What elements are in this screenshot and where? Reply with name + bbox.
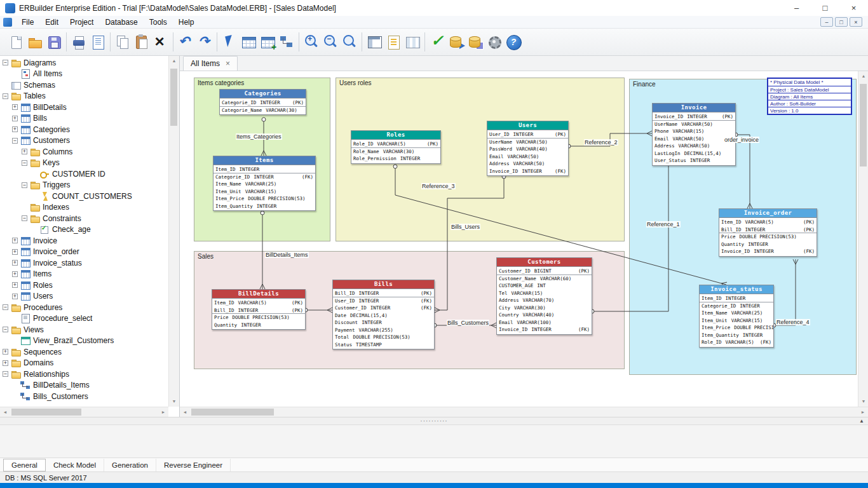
menu-item-tools[interactable]: Tools xyxy=(144,16,173,28)
tree-item-invoice-order[interactable]: Invoice_order xyxy=(0,247,168,258)
scroll-up-icon[interactable]: ▲ xyxy=(169,56,179,66)
scrollbar-thumb[interactable] xyxy=(170,69,177,126)
settings-button[interactable] xyxy=(485,33,503,51)
tree-item-roles[interactable]: Roles xyxy=(0,280,168,291)
tree-item-procedures[interactable]: Procedures xyxy=(0,302,168,313)
print-preview-button[interactable] xyxy=(89,33,107,51)
zoom-in-button[interactable] xyxy=(302,33,320,51)
zoom-button[interactable] xyxy=(341,33,358,51)
close-button[interactable]: × xyxy=(839,0,868,16)
tree-item-sequences[interactable]: Sequences xyxy=(0,346,168,358)
scrollbar-thumb[interactable] xyxy=(191,409,274,416)
tree-item-columns[interactable]: Columns xyxy=(0,146,168,158)
tab-all-items[interactable]: All Items × xyxy=(183,56,238,71)
tree-item-tables[interactable]: Tables xyxy=(0,91,168,102)
table-add-button[interactable] xyxy=(259,33,276,51)
db-generate-button[interactable] xyxy=(466,33,484,51)
expander-icon[interactable] xyxy=(3,349,8,355)
tree-item-customer-id[interactable]: CUSTOMER ID xyxy=(0,168,168,180)
maximize-button[interactable]: □ xyxy=(811,0,839,16)
diagram-table-users[interactable]: UsersUser_IDINTEGER(PK)UserNameVARCHAR(5… xyxy=(487,121,569,176)
bottom-tab-check-model[interactable]: Check Model xyxy=(46,459,104,471)
tree-item-indexes[interactable]: Indexes xyxy=(0,202,168,214)
tree-item-all-items[interactable]: All Items xyxy=(0,69,168,80)
expander-icon[interactable] xyxy=(12,294,18,299)
tree-item-procedure-select[interactable]: Procedure_select xyxy=(0,313,168,325)
tree-item-keys[interactable]: Keys xyxy=(0,158,168,169)
menu-item-help[interactable]: Help xyxy=(173,16,200,28)
menu-item-edit[interactable]: Edit xyxy=(39,16,64,28)
bottom-tab-general[interactable]: General xyxy=(3,459,46,471)
expander-icon[interactable] xyxy=(3,93,8,99)
tree-item-constraints[interactable]: Constraints xyxy=(0,213,168,224)
tree-item-billdetails[interactable]: BillDetails xyxy=(0,102,168,113)
expander-icon[interactable] xyxy=(12,282,18,288)
open-button[interactable] xyxy=(26,33,44,51)
tree-item-customers[interactable]: Customers xyxy=(0,135,168,147)
bottom-tab-reverse-engineer[interactable]: Reverse Engineer xyxy=(156,459,231,471)
diagram-table-invoice-status[interactable]: Invoice_statusItem_IDINTEGERCategorie_ID… xyxy=(699,285,774,348)
redo-button[interactable] xyxy=(196,33,214,51)
expander-icon[interactable] xyxy=(3,371,8,377)
menu-item-database[interactable]: Database xyxy=(99,16,143,28)
zoom-out-button[interactable] xyxy=(322,33,339,51)
delete-button[interactable] xyxy=(152,33,170,51)
tree-item-billdetails-items[interactable]: BillDetails_Items xyxy=(0,380,168,391)
mdi-close-button[interactable]: × xyxy=(850,17,862,27)
scrollbar-thumb[interactable] xyxy=(11,409,81,416)
diagram-table-invoice-order[interactable]: Invoice_orderItem_IDVARCHAR(5)(PK)Bill_I… xyxy=(719,208,817,257)
tree-item-schemas[interactable]: Schemas xyxy=(0,79,168,91)
expander-icon[interactable] xyxy=(12,116,18,121)
diagram-info-box[interactable]: * Physical Data Model *Project : Sales D… xyxy=(767,78,852,115)
tree-item-bills-customers[interactable]: Bills_Customers xyxy=(0,391,168,402)
scrollbar-thumb[interactable] xyxy=(860,84,867,166)
pointer-button[interactable] xyxy=(220,33,238,51)
tree-item-categories[interactable]: Categories xyxy=(0,124,168,135)
expander-icon[interactable] xyxy=(3,60,8,65)
save-button[interactable] xyxy=(45,33,63,51)
scroll-left-icon[interactable]: ◄ xyxy=(0,407,10,417)
scroll-left-icon[interactable]: ◄ xyxy=(180,407,190,417)
canvas-vertical-scrollbar[interactable]: ▲ ▼ xyxy=(858,71,868,407)
canvas-horizontal-scrollbar[interactable]: ◄ ► xyxy=(180,407,868,417)
menu-item-project[interactable]: Project xyxy=(64,16,99,28)
expander-icon[interactable] xyxy=(12,104,18,110)
tree-item-users[interactable]: Users xyxy=(0,291,168,302)
help-button[interactable] xyxy=(505,33,522,51)
mdi-minimize-button[interactable]: – xyxy=(820,17,833,27)
expander-icon[interactable] xyxy=(12,249,18,255)
table-button[interactable] xyxy=(240,33,257,51)
tree-item-count-customers[interactable]: COUNT_CUSTOMERS xyxy=(0,191,168,202)
tree-item-diagrams[interactable]: Diagrams xyxy=(0,57,168,69)
expander-icon[interactable] xyxy=(12,238,18,243)
tree-item-bills[interactable]: Bills xyxy=(0,113,168,125)
bottom-tab-generation[interactable]: Generation xyxy=(104,459,156,471)
tree-item-view-brazil-customers[interactable]: View_Brazil_Customers xyxy=(0,336,168,347)
paste-button[interactable] xyxy=(133,33,151,51)
diagram-canvas[interactable]: Items categoriesUsers rolesFinanceSalesI… xyxy=(180,71,858,407)
tab-close-icon[interactable]: × xyxy=(226,60,230,67)
menu-item-file[interactable]: File xyxy=(16,16,39,28)
new-button[interactable] xyxy=(7,33,25,51)
expander-icon[interactable] xyxy=(3,304,8,310)
expander-icon[interactable] xyxy=(3,327,8,332)
tree-horizontal-scrollbar[interactable]: ◄ ► xyxy=(0,407,168,417)
copy-button[interactable] xyxy=(114,33,132,51)
expander-icon[interactable] xyxy=(12,271,18,277)
undo-button[interactable] xyxy=(177,33,194,51)
diagram-table-categories[interactable]: CategoriesCategorie_IDINTEGER(PK)Categor… xyxy=(219,89,306,115)
diagram-table-roles[interactable]: RolesRole_IDVARCHAR(5)(PK)Role_NameVARCH… xyxy=(351,130,441,164)
db-reverse-button[interactable] xyxy=(447,33,465,51)
tree-item-domains[interactable]: Domains xyxy=(0,358,168,369)
scroll-down-icon[interactable]: ▼ xyxy=(858,396,868,407)
expander-icon[interactable] xyxy=(12,260,18,266)
minimize-button[interactable]: – xyxy=(782,0,811,16)
print-button[interactable] xyxy=(70,33,88,51)
diagram-table-items[interactable]: ItemsItem_IDINTEGERCategorie_IDINTEGER(F… xyxy=(213,156,316,211)
layout-button[interactable] xyxy=(365,33,383,51)
tree-item-views[interactable]: Views xyxy=(0,324,168,336)
tree-item-relationships[interactable]: Relationships xyxy=(0,369,168,380)
expander-icon[interactable] xyxy=(22,149,27,154)
diagram-table-invoice[interactable]: InvoiceInvoice_IDINTEGER(PK)UserNameVARC… xyxy=(652,103,736,166)
mdi-restore-button[interactable]: □ xyxy=(835,17,848,27)
